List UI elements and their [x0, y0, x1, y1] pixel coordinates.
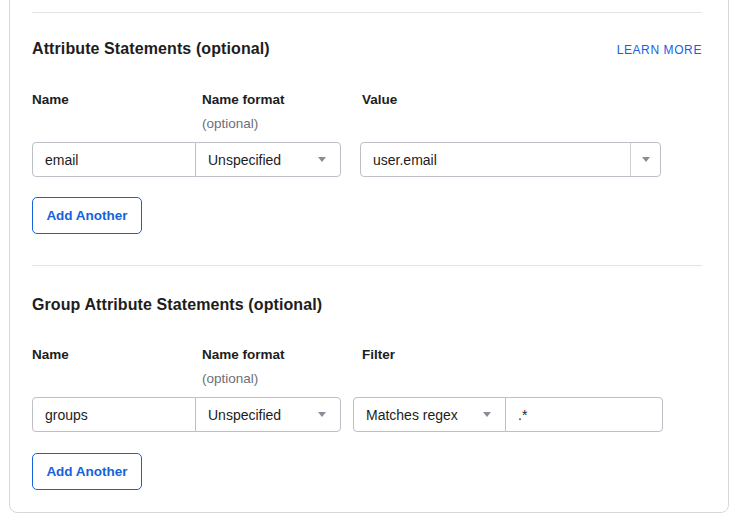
group-attribute-name-input[interactable]: [32, 397, 196, 432]
section-divider: [32, 265, 702, 266]
attribute-name-input[interactable]: [32, 142, 196, 177]
section-divider: [32, 12, 702, 13]
attribute-value-dropdown-button[interactable]: [630, 143, 660, 176]
settings-card: [9, 0, 729, 513]
column-header-name: Name: [32, 347, 69, 362]
learn-more-link[interactable]: LEARN MORE: [402, 43, 702, 57]
attribute-name-format-select[interactable]: Unspecified: [195, 142, 341, 177]
name-format-optional-hint: (optional): [202, 371, 258, 386]
column-header-name: Name: [32, 92, 69, 107]
group-name-format-value: Unspecified: [208, 407, 281, 423]
group-name-format-select[interactable]: Unspecified: [195, 397, 341, 432]
add-another-button[interactable]: Add Another: [32, 453, 142, 490]
attribute-value-input[interactable]: [361, 143, 630, 176]
column-header-name-format: Name format: [202, 92, 285, 107]
add-another-button[interactable]: Add Another: [32, 197, 142, 234]
group-filter-type-value: Matches regex: [366, 407, 458, 423]
column-header-filter: Filter: [362, 347, 395, 362]
group-filter-type-select[interactable]: Matches regex: [353, 397, 506, 432]
chevron-down-icon: [483, 412, 491, 417]
chevron-down-icon: [318, 157, 326, 162]
attribute-statements-title: Attribute Statements (optional): [32, 40, 270, 58]
name-format-optional-hint: (optional): [202, 116, 258, 131]
chevron-down-icon: [642, 157, 650, 162]
column-header-value: Value: [362, 92, 397, 107]
chevron-down-icon: [318, 412, 326, 417]
attribute-name-format-value: Unspecified: [208, 152, 281, 168]
group-attribute-statements-title: Group Attribute Statements (optional): [32, 296, 322, 314]
group-filter-value-input[interactable]: [505, 397, 663, 432]
saml-settings-page: Attribute Statements (optional) LEARN MO…: [0, 0, 737, 530]
attribute-value-combo: [360, 142, 661, 177]
column-header-name-format: Name format: [202, 347, 285, 362]
